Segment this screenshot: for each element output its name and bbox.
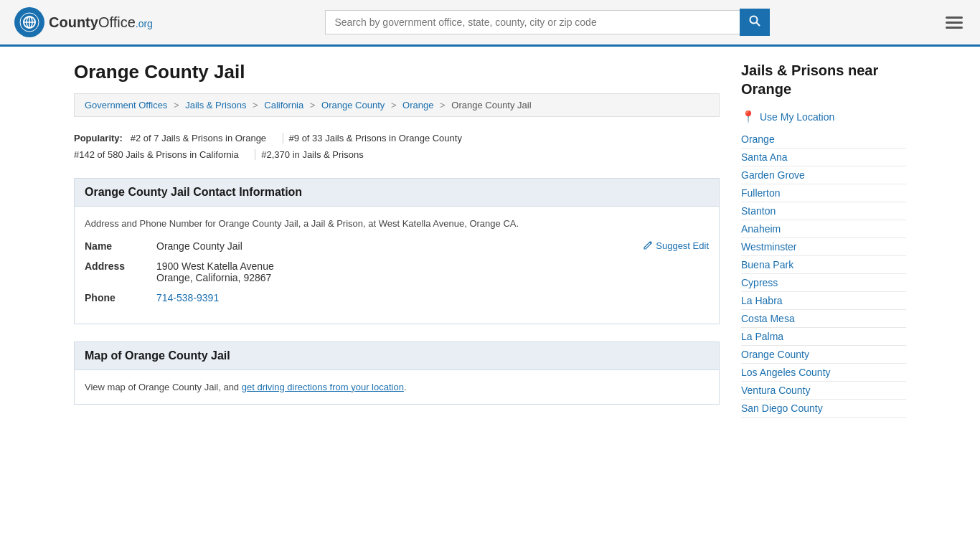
main-container: Orange County Jail Government Offices > …	[60, 47, 920, 436]
sidebar-link-item[interactable]: Orange County	[741, 346, 906, 364]
suggest-edit-label: Suggest Edit	[656, 240, 709, 251]
name-label: Name	[85, 240, 156, 252]
popularity-rank1: #2	[131, 133, 141, 143]
contact-section: Orange County Jail Contact Information A…	[74, 178, 720, 324]
sidebar-link-item[interactable]: Costa Mesa	[741, 310, 906, 328]
sidebar-link-item[interactable]: Fullerton	[741, 184, 906, 202]
breadcrumb-current: Orange County Jail	[451, 100, 531, 110]
map-section: Map of Orange County Jail View map of Or…	[74, 342, 720, 405]
search-icon	[749, 15, 760, 27]
phone-label: Phone	[85, 292, 156, 303]
location-pin-icon: 📍	[741, 110, 755, 123]
hamburger-icon	[946, 27, 963, 29]
menu-button[interactable]	[943, 11, 966, 34]
map-description-end: .	[404, 382, 407, 392]
driving-directions-link[interactable]: get driving directions from your locatio…	[242, 382, 404, 392]
popularity-rank3: #142	[74, 149, 95, 160]
logo-icon	[14, 7, 44, 37]
svg-point-5	[750, 17, 758, 24]
contact-address-row: Address 1900 West Katella Avenue Orange,…	[85, 260, 709, 283]
breadcrumb-separator: >	[391, 100, 397, 110]
sidebar-link-item[interactable]: Stanton	[741, 202, 906, 220]
site-header: CountyOffice.org	[0, 0, 980, 47]
hamburger-icon	[946, 17, 963, 19]
sidebar-link-item[interactable]: Westminster	[741, 238, 906, 256]
use-location-label: Use My Location	[760, 111, 834, 123]
logo-area: CountyOffice.org	[14, 7, 153, 37]
map-description-text: View map of Orange County Jail, and	[85, 382, 242, 392]
sidebar-link-item[interactable]: La Palma	[741, 328, 906, 346]
sidebar-link-item[interactable]: Santa Ana	[741, 149, 906, 166]
breadcrumb: Government Offices > Jails & Prisons > C…	[74, 93, 720, 117]
contact-phone-row: Phone 714-538-9391	[85, 292, 709, 303]
logo-text: CountyOffice.org	[49, 14, 153, 31]
phone-value: 714-538-9391	[156, 292, 709, 303]
sidebar-link-item[interactable]: La Habra	[741, 292, 906, 310]
search-area	[325, 9, 770, 36]
phone-link[interactable]: 714-538-9391	[156, 292, 219, 303]
contact-name-row: Name Orange County Jail Suggest Edit	[85, 240, 709, 252]
contact-description: Address and Phone Number for Orange Coun…	[85, 218, 709, 229]
use-my-location-link[interactable]: 📍 Use My Location	[741, 110, 906, 123]
hamburger-icon	[946, 22, 963, 24]
breadcrumb-separator: >	[310, 100, 316, 110]
sidebar-link-item[interactable]: Cypress	[741, 274, 906, 292]
page-title: Orange County Jail	[74, 61, 720, 83]
breadcrumb-link[interactable]: Orange County	[321, 100, 385, 110]
address-line2: Orange, California, 92867	[156, 272, 709, 283]
contact-section-header: Orange County Jail Contact Information	[74, 178, 720, 207]
map-description: View map of Orange County Jail, and get …	[85, 382, 709, 392]
breadcrumb-separator: >	[253, 100, 258, 110]
content-area: Orange County Jail Government Offices > …	[74, 61, 720, 422]
sidebar: Jails & Prisons near Orange 📍 Use My Loc…	[741, 61, 906, 422]
sidebar-links: OrangeSanta AnaGarden GroveFullertonStan…	[741, 131, 906, 418]
name-value: Orange County Jail	[156, 240, 643, 252]
breadcrumb-link[interactable]: Jails & Prisons	[185, 100, 246, 110]
map-section-body: View map of Orange County Jail, and get …	[74, 370, 720, 405]
address-value: 1900 West Katella Avenue Orange, Califor…	[156, 260, 709, 283]
popularity-label: Popularity:	[74, 133, 123, 143]
sidebar-link-item[interactable]: Buena Park	[741, 256, 906, 274]
search-input[interactable]	[325, 10, 740, 34]
sidebar-link-item[interactable]: Los Angeles County	[741, 364, 906, 382]
address-label: Address	[85, 260, 156, 272]
sidebar-link-item[interactable]: Anaheim	[741, 220, 906, 238]
popularity-rank4: #2,370	[261, 149, 290, 160]
popularity-rank2: #9	[289, 133, 299, 143]
edit-icon	[643, 240, 653, 250]
svg-point-7	[650, 242, 652, 244]
popularity-rank2-text: of 33 Jails & Prisons in Orange County	[302, 133, 462, 143]
sidebar-link-item[interactable]: Orange	[741, 131, 906, 149]
sidebar-link-item[interactable]: San Diego County	[741, 400, 906, 418]
breadcrumb-separator: >	[440, 100, 446, 110]
svg-line-6	[757, 23, 760, 27]
suggest-edit-link[interactable]: Suggest Edit	[643, 240, 709, 251]
address-line1: 1900 West Katella Avenue	[156, 260, 709, 272]
popularity-section: Popularity: #2 of 7 Jails & Prisons in O…	[74, 130, 720, 164]
breadcrumb-link[interactable]: Government Offices	[85, 100, 167, 110]
sidebar-link-item[interactable]: Garden Grove	[741, 166, 906, 184]
popularity-rank1-text: of 7 Jails & Prisons in Orange	[143, 133, 266, 143]
breadcrumb-separator: >	[174, 100, 179, 110]
search-button[interactable]	[740, 9, 770, 36]
contact-section-body: Address and Phone Number for Orange Coun…	[74, 207, 720, 324]
breadcrumb-link[interactable]: California	[264, 100, 303, 110]
popularity-rank4-text: in Jails & Prisons	[293, 149, 364, 160]
sidebar-title: Jails & Prisons near Orange	[741, 61, 906, 98]
sidebar-link-item[interactable]: Ventura County	[741, 382, 906, 400]
breadcrumb-link[interactable]: Orange	[402, 100, 433, 110]
map-section-header: Map of Orange County Jail	[74, 342, 720, 370]
popularity-rank3-text: of 580 Jails & Prisons in California	[98, 149, 239, 160]
